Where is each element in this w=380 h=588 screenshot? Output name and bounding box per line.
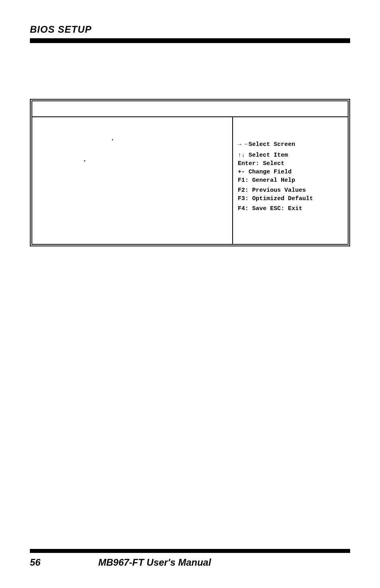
bios-top-bar [32,101,348,117]
footer-divider [30,549,350,553]
footer-text-row: 56 MB967-FT User's Manual [30,557,350,568]
page-header: BIOS SETUP [30,24,350,35]
help-select-screen: → ←Select Screen [238,140,343,149]
bios-help-panel: → ←Select Screen ↑↓ Select Item Enter: S… [232,117,348,244]
bios-panel: → ←Select Screen ↑↓ Select Item Enter: S… [30,99,350,246]
help-general-help: F1: General Help [238,176,343,185]
help-optimized-default: F3: Optimized Default [238,195,343,203]
help-enter: Enter: Select [238,159,343,168]
page-number: 56 [30,557,41,568]
header-divider [30,38,350,43]
bios-content: → ←Select Screen ↑↓ Select Item Enter: S… [32,117,348,244]
help-save-exit: F4: Save ESC: Exit [238,205,343,213]
page-footer: 56 MB967-FT User's Manual [30,549,350,568]
help-previous-values: F2: Previous Values [238,186,343,195]
help-select-item: ↑↓ Select Item [238,151,343,159]
marker-dot [84,160,85,161]
manual-title: MB967-FT User's Manual [98,557,211,568]
help-change-field: +- Change Field [238,168,343,176]
bios-main-area[interactable] [32,117,232,244]
marker-dot [112,139,113,140]
